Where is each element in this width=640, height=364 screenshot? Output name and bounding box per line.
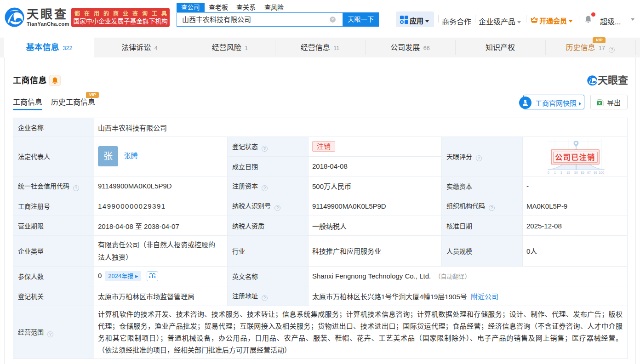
svg-text:85: 85: [581, 171, 584, 174]
svg-text:3: 3: [560, 171, 562, 174]
svg-text:50: 50: [574, 171, 578, 174]
svg-text:1: 1: [554, 171, 556, 174]
svg-text:99: 99: [594, 171, 597, 174]
svg-text:0: 0: [548, 171, 549, 174]
svg-text:100: 100: [599, 171, 604, 174]
svg-text:15: 15: [566, 171, 570, 174]
svg-text:97: 97: [587, 171, 591, 174]
